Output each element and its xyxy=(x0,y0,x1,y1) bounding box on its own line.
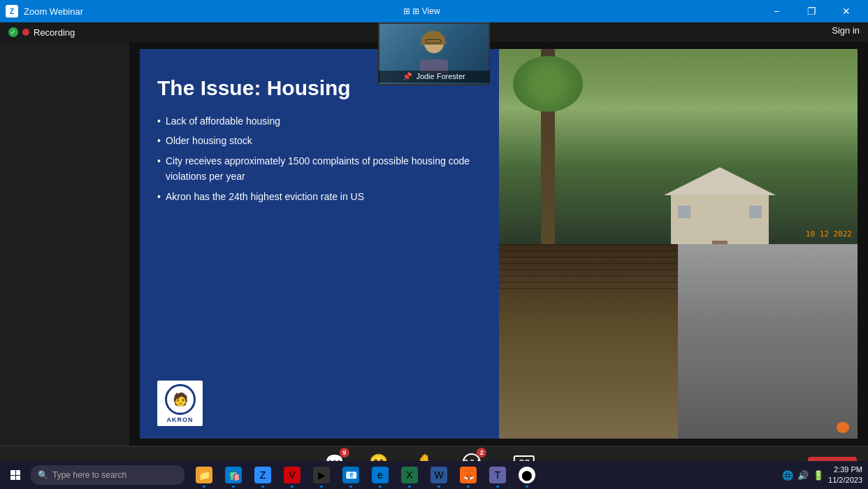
excel-icon: X xyxy=(401,467,418,483)
outlook-icon: 📧 xyxy=(342,467,359,483)
photo-bottom-right xyxy=(678,244,858,439)
sign-in-button[interactable]: Sign in xyxy=(832,25,860,36)
house-container xyxy=(664,167,776,244)
presenter-name-label: 📌 Jodie Forester xyxy=(378,71,490,83)
view-label: ⊞ View xyxy=(412,6,440,16)
presenter-silhouette xyxy=(420,34,448,73)
slide-photos: 10 12 2022 xyxy=(499,49,858,439)
akron-text-label: AKRON xyxy=(167,416,194,423)
akron-figure-icon: 🧑 xyxy=(173,392,188,407)
restore-button[interactable]: ❐ xyxy=(795,0,827,22)
network-icon: 🌐 xyxy=(782,470,793,481)
house-window-right xyxy=(749,206,762,218)
recording-indicator: Recording xyxy=(8,27,75,38)
taskbar-file-explorer[interactable]: 📁 xyxy=(190,461,218,489)
presentation-slide: The Issue: Housing Lack of affordable ho… xyxy=(140,49,858,439)
media-icon: ▶ xyxy=(313,467,330,483)
status-green-dot xyxy=(8,27,18,37)
pumpkin-decoration xyxy=(837,422,849,433)
windows-start-button[interactable] xyxy=(0,461,31,489)
tree-foliage xyxy=(513,56,583,112)
taskbar-firefox[interactable]: 🦊 xyxy=(454,461,482,489)
taskbar-apps: 📁 🛍️ Z V ▶ 📧 e X W 🦊 T xyxy=(190,461,541,489)
slide-bullets: Lack of affordable housingOlder housing … xyxy=(157,113,485,204)
taskbar-media[interactable]: ▶ xyxy=(308,461,335,489)
close-button[interactable]: ✕ xyxy=(830,0,862,22)
pin-icon: 📌 xyxy=(403,72,412,81)
slide-bullet-item: Lack of affordable housing xyxy=(157,113,485,129)
firefox-icon: 🦊 xyxy=(460,467,477,483)
system-tray: 🌐 🔊 🔋 2:39 PM 11/2/2023 xyxy=(782,465,868,486)
verizon-icon: V xyxy=(284,467,301,483)
photo-top: 10 12 2022 xyxy=(499,49,858,244)
qa-badge: 2 xyxy=(477,448,486,458)
slide-bullet-item: Akron has the 24th highest eviction rate… xyxy=(157,189,485,204)
taskbar-store[interactable]: 🛍️ xyxy=(219,461,247,489)
taskbar-outlook[interactable]: 📧 xyxy=(337,461,365,489)
zoom-app-icon: Z xyxy=(6,5,18,17)
search-icon: 🔍 xyxy=(38,470,48,480)
presenter-video-panel: 📌 Jodie Forester xyxy=(378,22,490,85)
akron-logo: 🧑 AKRON xyxy=(157,381,203,426)
titlebar-left: Z Zoom Webinar xyxy=(6,5,83,17)
taskbar-chrome[interactable]: ⬤ xyxy=(513,461,541,489)
taskbar-zoom[interactable]: Z xyxy=(249,461,277,489)
akron-logo-circle: 🧑 xyxy=(165,384,196,415)
taskbar-word[interactable]: W xyxy=(425,461,453,489)
wood-texture xyxy=(499,244,679,439)
battery-icon: 🔋 xyxy=(813,470,824,481)
store-icon: 🛍️ xyxy=(225,467,242,483)
taskbar-excel[interactable]: X xyxy=(396,461,424,489)
slide-area: The Issue: Housing Lack of affordable ho… xyxy=(129,42,868,446)
volume-icon: 🔊 xyxy=(797,470,809,481)
search-input[interactable] xyxy=(52,470,178,480)
title-bar: Z Zoom Webinar ⊞ ⊞ View − ❐ ✕ xyxy=(0,0,868,22)
window-title: Zoom Webinar xyxy=(24,6,83,17)
windows-logo-icon xyxy=(10,470,20,480)
slide-bullet-item: Older housing stock xyxy=(157,133,485,148)
photo-bottom xyxy=(499,244,858,439)
word-icon: W xyxy=(431,467,447,483)
edge-icon: e xyxy=(372,467,389,483)
taskbar-verizon[interactable]: V xyxy=(278,461,306,489)
zoom-icon: Z xyxy=(254,467,271,483)
teams-icon: T xyxy=(489,467,506,483)
taskbar-teams[interactable]: T xyxy=(484,461,512,489)
view-button[interactable]: ⊞ ⊞ View xyxy=(403,6,440,16)
photo-bottom-left xyxy=(499,244,679,439)
taskbar-edge[interactable]: e xyxy=(366,461,394,489)
time-display: 2:39 PM xyxy=(828,465,862,475)
window-controls: − ❐ ✕ xyxy=(760,0,862,22)
main-window: 📌 Jodie Forester Recording Sign in The I… xyxy=(0,22,868,489)
slide-content: The Issue: Housing Lack of affordable ho… xyxy=(129,42,868,446)
house-body xyxy=(671,195,769,244)
chat-badge: 9 xyxy=(340,448,349,458)
file-explorer-icon: 📁 xyxy=(196,467,212,483)
date-display: 11/2/2023 xyxy=(828,475,862,486)
grid-icon: ⊞ xyxy=(403,6,410,16)
slide-bullet-item: City receives approximately 1500 complai… xyxy=(157,153,485,185)
photo-date-stamp: 10 12 2022 xyxy=(806,229,852,239)
windows-taskbar: 🔍 📁 🛍️ Z V ▶ 📧 e X W 🦊 xyxy=(0,461,868,489)
system-clock: 2:39 PM 11/2/2023 xyxy=(828,465,862,486)
recording-red-dot xyxy=(22,29,29,36)
minimize-button[interactable]: − xyxy=(760,0,793,22)
chrome-icon: ⬤ xyxy=(519,467,535,483)
recording-label: Recording xyxy=(34,27,75,38)
windows-search-bar[interactable]: 🔍 xyxy=(31,465,185,485)
left-panel xyxy=(0,42,129,446)
slide-text-panel: The Issue: Housing Lack of affordable ho… xyxy=(140,49,499,439)
house-window-left xyxy=(678,206,690,218)
